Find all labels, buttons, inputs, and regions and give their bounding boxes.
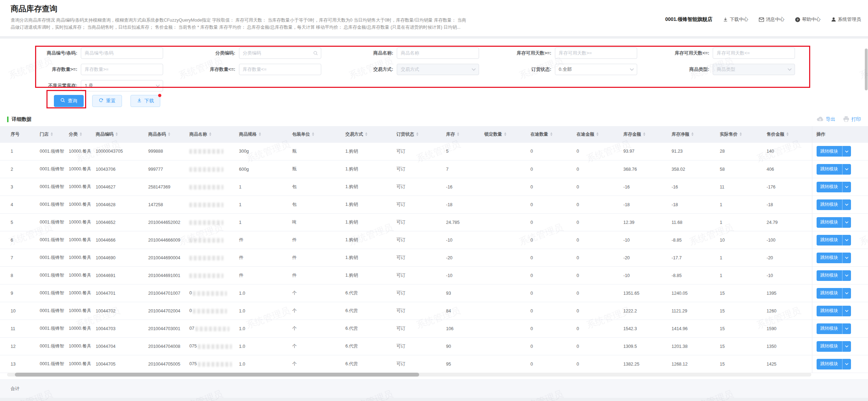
column-header-16[interactable]: 实际售价▲▼ <box>716 126 762 143</box>
cell-spec: 600g <box>235 160 288 178</box>
category-code-input[interactable] <box>239 47 321 59</box>
column-header-12[interactable]: 在途数量▲▼ <box>526 126 572 143</box>
column-header-6[interactable]: 商品规格▲▼ <box>235 126 288 143</box>
reset-button[interactable]: 重置 <box>92 95 122 107</box>
search-icon[interactable] <box>313 51 318 56</box>
vertical-scrollbar-thumb[interactable] <box>865 49 868 90</box>
trade-mode-select[interactable] <box>397 64 479 75</box>
column-header-1[interactable]: 门店▲▼ <box>35 126 65 143</box>
column-header-15[interactable]: 库存净额▲▼ <box>667 126 716 143</box>
table-row: 80001.领锋智10000.餐具100446912010044691001件件… <box>0 267 868 284</box>
column-header-0: 序号 <box>0 126 35 143</box>
jump-module-button[interactable]: 跳转模块 <box>817 359 851 369</box>
sort-icons[interactable]: ▲▼ <box>209 132 212 136</box>
sort-icons[interactable]: ▲▼ <box>416 132 419 136</box>
sort-icons[interactable]: ▲▼ <box>691 132 694 136</box>
jump-module-button[interactable]: 跳转模块 <box>817 288 851 299</box>
jump-module-button[interactable]: 跳转模块 <box>817 182 851 192</box>
chevron-down-icon[interactable] <box>842 323 851 334</box>
sort-icons[interactable]: ▲▼ <box>115 132 118 136</box>
qty-ge-input[interactable] <box>81 64 163 75</box>
product-type-select[interactable] <box>713 64 795 75</box>
column-header-4[interactable]: 商品条码▲▼ <box>144 126 185 143</box>
column-header-9[interactable]: 订货状态▲▼ <box>392 126 442 143</box>
message-center-link[interactable]: 消息中心 <box>759 16 784 23</box>
column-header-14[interactable]: 库存金额▲▼ <box>619 126 667 143</box>
qty-le-label: 库存数量<=: <box>194 66 239 73</box>
chevron-down-icon[interactable] <box>842 270 851 281</box>
help-center-link[interactable]: ? 帮助中心 <box>795 16 820 23</box>
chevron-down-icon[interactable] <box>842 217 851 228</box>
cell-barcode: 2010044703001 <box>144 320 185 338</box>
cell-unit: 包 <box>288 196 341 214</box>
redacted-product-name <box>193 309 227 314</box>
download-button[interactable]: 下载 <box>130 95 160 107</box>
jump-module-button[interactable]: 跳转模块 <box>817 164 851 175</box>
days-ge-input[interactable] <box>555 47 637 59</box>
cell-price_amt: 1260 <box>762 302 812 320</box>
jump-module-button[interactable]: 跳转模块 <box>817 323 851 334</box>
column-header-10[interactable]: 库存▲▼ <box>442 126 480 143</box>
column-header-2[interactable]: 分类▲▼ <box>65 126 91 143</box>
cell-name <box>185 196 235 214</box>
sort-icons[interactable]: ▲▼ <box>596 132 599 136</box>
chevron-down-icon[interactable] <box>842 306 851 316</box>
jump-module-button[interactable]: 跳转模块 <box>817 217 851 228</box>
sort-icons[interactable]: ▲▼ <box>550 132 553 136</box>
cell-barcode: 147258 <box>144 196 185 214</box>
chevron-down-icon[interactable] <box>842 253 851 263</box>
cell-stock_amt: 12.39 <box>619 214 667 231</box>
column-header-17[interactable]: 售价金额▲▼ <box>762 126 812 143</box>
chevron-down-icon[interactable] <box>842 146 851 157</box>
chevron-down-icon[interactable] <box>842 288 851 299</box>
export-button[interactable]: 导出 <box>817 116 835 123</box>
sort-icons[interactable]: ▲▼ <box>643 132 646 136</box>
jump-module-button[interactable]: 跳转模块 <box>817 199 851 210</box>
sort-icons[interactable]: ▲▼ <box>168 132 171 136</box>
chevron-down-icon[interactable] <box>842 199 851 210</box>
column-header-13[interactable]: 在途金额▲▼ <box>572 126 619 143</box>
cell-locked <box>480 143 526 160</box>
jump-module-button[interactable]: 跳转模块 <box>817 146 851 157</box>
column-header-8[interactable]: 交易方式▲▼ <box>341 126 392 143</box>
chevron-down-icon[interactable] <box>842 341 851 352</box>
chevron-down-icon[interactable] <box>842 235 851 245</box>
cell-category: 10000.餐具 <box>65 302 91 320</box>
cell-transit_amt: 0 <box>572 249 619 267</box>
query-button[interactable]: 查询 <box>54 95 84 107</box>
download-center-link[interactable]: 下载中心 <box>723 16 748 23</box>
sort-icons[interactable]: ▲▼ <box>312 132 315 136</box>
cell-actions: 跳转模块 <box>812 178 868 196</box>
product-code-input[interactable] <box>81 47 163 59</box>
jump-module-button[interactable]: 跳转模块 <box>817 341 851 352</box>
chevron-down-icon[interactable] <box>842 182 851 192</box>
sort-icons[interactable]: ▲▼ <box>79 132 82 136</box>
sort-icons[interactable]: ▲▼ <box>739 132 742 136</box>
jump-module-button[interactable]: 跳转模块 <box>817 253 851 263</box>
sort-icons[interactable]: ▲▼ <box>365 132 368 136</box>
sort-icons[interactable]: ▲▼ <box>50 132 53 136</box>
chevron-down-icon[interactable] <box>842 359 851 369</box>
column-header-5[interactable]: 商品名称▲▼ <box>185 126 235 143</box>
qty-le-input[interactable] <box>239 64 321 75</box>
horizontal-scrollbar-thumb[interactable] <box>15 373 419 377</box>
cell-store: 0001.领锋智 <box>35 178 65 196</box>
days-le-input[interactable] <box>713 47 795 59</box>
jump-module-button[interactable]: 跳转模块 <box>817 235 851 245</box>
sort-icons[interactable]: ▲▼ <box>457 132 460 136</box>
product-name-input[interactable] <box>397 47 479 59</box>
section-bar: 详细数据 导出 打印 <box>7 116 861 123</box>
cell-code: 10044627 <box>91 178 144 196</box>
sort-icons[interactable]: ▲▼ <box>504 132 507 136</box>
sort-icons[interactable]: ▲▼ <box>258 132 261 136</box>
chevron-down-icon[interactable] <box>842 164 851 175</box>
admin-user-link[interactable]: 系统管理员 <box>831 16 861 23</box>
cell-price: 1 <box>716 267 762 284</box>
column-header-7[interactable]: 包装单位▲▼ <box>288 126 341 143</box>
sort-icons[interactable]: ▲▼ <box>786 132 789 136</box>
jump-module-button[interactable]: 跳转模块 <box>817 306 851 316</box>
column-header-11[interactable]: 锁定数量▲▼ <box>480 126 526 143</box>
print-button[interactable]: 打印 <box>843 116 861 123</box>
column-header-3[interactable]: 商品编码▲▼ <box>91 126 144 143</box>
jump-module-button[interactable]: 跳转模块 <box>817 270 851 281</box>
